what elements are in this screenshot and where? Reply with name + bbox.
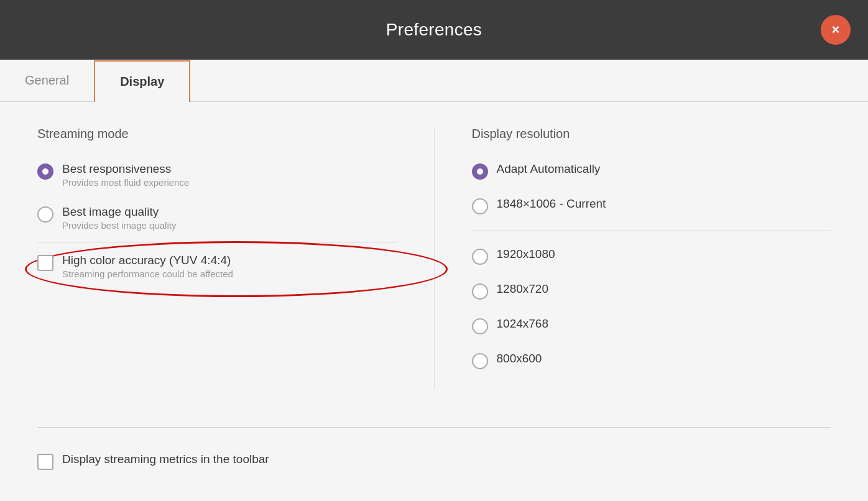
checkbox-box-high-color — [37, 255, 53, 271]
radio-circle-adapt-auto — [472, 163, 488, 180]
radio-circle-best-responsiveness — [37, 163, 53, 180]
checkbox-sublabel-high-color: Streaming performance could be affected — [62, 269, 233, 279]
checkbox-label-high-color: High color accuracy (YUV 4:4:4) — [62, 254, 233, 267]
two-column-layout: Streaming mode Best responsiveness Provi… — [37, 127, 831, 390]
radio-sublabel-best-responsiveness: Provides most fluid experience — [62, 177, 189, 188]
streaming-mode-radio-group: Best responsiveness Provides most fluid … — [37, 156, 397, 237]
radio-circle-1024x768 — [472, 318, 488, 334]
title-bar: Preferences × — [0, 0, 868, 60]
tab-bar: General Display — [0, 60, 868, 102]
bottom-separator — [37, 427, 831, 428]
streaming-mode-section: Streaming mode Best responsiveness Provi… — [37, 127, 434, 390]
preferences-window: Preferences × General Display Streaming … — [0, 0, 868, 501]
radio-label-800x600: 800x600 — [497, 352, 542, 365]
radio-label-best-responsiveness: Best responsiveness — [62, 162, 189, 176]
radio-sublabel-best-image-quality: Provides best image quality — [62, 220, 176, 231]
display-resolution-title: Display resolution — [472, 127, 831, 141]
radio-label-adapt-auto: Adapt Automatically — [497, 162, 601, 176]
checkbox-high-color[interactable]: High color accuracy (YUV 4:4:4) Streamin… — [37, 247, 397, 285]
tab-general[interactable]: General — [0, 60, 94, 101]
radio-best-image-quality[interactable]: Best image quality Provides best image q… — [37, 199, 397, 237]
radio-1024x768[interactable]: 1024x768 — [472, 311, 831, 341]
radio-circle-800x600 — [472, 353, 488, 369]
separator-resolution — [472, 231, 831, 231]
radio-label-1024x768: 1024x768 — [497, 317, 548, 331]
close-button[interactable]: × — [821, 15, 851, 45]
checkbox-streaming-metrics[interactable]: Display streaming metrics in the toolbar — [37, 446, 831, 476]
high-color-container: High color accuracy (YUV 4:4:4) Streamin… — [37, 247, 397, 285]
radio-label-best-image-quality: Best image quality — [62, 205, 176, 219]
radio-label-1280x720: 1280x720 — [497, 282, 548, 296]
content-area: Streaming mode Best responsiveness Provi… — [0, 102, 868, 501]
radio-circle-1920x1080 — [472, 249, 488, 265]
radio-circle-1280x720 — [472, 283, 488, 300]
checkbox-box-streaming-metrics — [37, 454, 53, 470]
radio-1920x1080[interactable]: 1920x1080 — [472, 241, 831, 271]
radio-1848x1006[interactable]: 1848×1006 - Current — [472, 191, 831, 221]
radio-label-1848x1006: 1848×1006 - Current — [497, 197, 606, 211]
radio-800x600[interactable]: 800x600 — [472, 346, 831, 375]
tab-display[interactable]: Display — [94, 60, 190, 102]
window-title: Preferences — [386, 20, 482, 40]
resolution-radio-group: Adapt Automatically 1848×1006 - Current — [472, 156, 831, 375]
radio-label-1920x1080: 1920x1080 — [497, 247, 555, 261]
display-resolution-section: Display resolution Adapt Automatically 1 — [434, 127, 831, 390]
radio-adapt-auto[interactable]: Adapt Automatically — [472, 156, 831, 186]
radio-circle-best-image-quality — [37, 206, 53, 223]
radio-best-responsiveness[interactable]: Best responsiveness Provides most fluid … — [37, 156, 397, 194]
radio-circle-1848x1006 — [472, 198, 488, 214]
streaming-mode-title: Streaming mode — [37, 127, 397, 141]
bottom-section: Display streaming metrics in the toolbar — [37, 415, 831, 476]
checkbox-label-streaming-metrics: Display streaming metrics in the toolbar — [62, 453, 269, 466]
radio-1280x720[interactable]: 1280x720 — [472, 276, 831, 306]
separator-streaming — [37, 242, 397, 242]
